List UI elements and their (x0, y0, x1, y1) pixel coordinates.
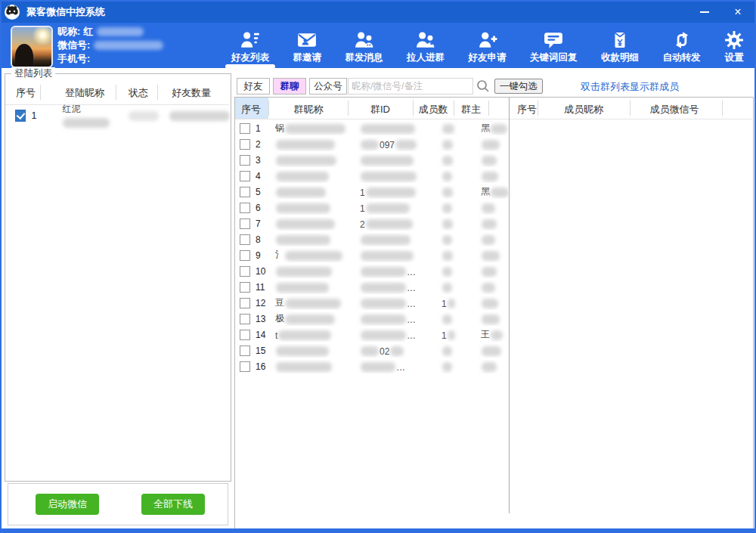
group-row[interactable]: 12 豆 … 1 (235, 295, 509, 311)
toolbar-item-keyword-reply[interactable]: 关键词回复 (527, 24, 581, 68)
group-row[interactable]: 13 极 … (235, 311, 509, 327)
search-input[interactable] (348, 78, 473, 95)
text-fragment: 1 (442, 330, 447, 340)
group-row-checkbox[interactable] (240, 346, 250, 356)
blur-redaction (442, 315, 452, 324)
group-row[interactable]: 16 … (235, 358, 509, 374)
group-row-checkbox[interactable] (240, 139, 250, 150)
group-row-checkbox[interactable] (240, 266, 250, 277)
group-row-checkbox[interactable] (240, 298, 250, 308)
group-row-index: 10 (256, 266, 272, 277)
blur-redaction (361, 156, 414, 166)
col-header-group-seq: 序号 (241, 103, 261, 116)
login-list-panel: 登陆列表 序号 登陆昵称 状态 好友数量 1 红泥 (5, 73, 231, 482)
header-underline (5, 104, 229, 105)
group-row[interactable]: 10 … (235, 263, 509, 279)
group-row-checkbox[interactable] (240, 250, 250, 261)
group-name-cell (272, 153, 352, 167)
blur-redaction (482, 315, 500, 324)
blur-redaction (361, 299, 406, 308)
close-button[interactable]: × (721, 2, 754, 23)
login-row[interactable]: 1 红泥 (5, 107, 231, 124)
col-header-login-nickname: 登陆昵称 (60, 86, 110, 100)
group-owner-cell (476, 360, 523, 373)
toolbar-item-mass-message[interactable]: 群发消息 (342, 24, 386, 68)
group-name-cell (272, 233, 352, 246)
group-row-checkbox[interactable] (240, 282, 250, 293)
group-row-index: 5 (256, 187, 272, 197)
blur-redaction (442, 219, 453, 229)
member-count-cell (431, 169, 476, 183)
blur-redaction (491, 330, 503, 340)
group-row[interactable]: 9 氵 (235, 247, 509, 263)
group-row[interactable]: 2 097 (235, 136, 509, 152)
group-row-checkbox[interactable] (240, 187, 250, 197)
group-id-cell: … (352, 265, 431, 278)
group-row-checkbox[interactable] (240, 361, 250, 372)
blur-redaction (169, 111, 230, 121)
group-name-cell (272, 344, 352, 358)
wechat-id-redaction (94, 41, 163, 50)
group-owner-cell (476, 265, 523, 278)
toolbar-item-payment-detail[interactable]: 收款明细 (598, 24, 642, 68)
group-row-checkbox[interactable] (240, 218, 250, 229)
blur-redaction (482, 299, 498, 308)
blur-redaction (278, 330, 331, 340)
minimize-button[interactable] (688, 2, 721, 23)
group-row[interactable]: 5 1 黑 (235, 184, 509, 200)
column-separator (268, 101, 269, 116)
login-row-checkbox[interactable] (15, 110, 26, 122)
all-offline-button[interactable]: 全部下线 (141, 494, 205, 515)
blur-redaction (442, 203, 452, 213)
toolbar-item-friend-request[interactable]: 好友申请 (466, 24, 510, 68)
group-row-index: 7 (256, 218, 272, 229)
group-row-checkbox[interactable] (240, 314, 250, 324)
blur-redaction (285, 299, 341, 308)
blur-redaction (390, 346, 404, 356)
group-owner-cell (476, 296, 523, 310)
group-row[interactable]: 11 … (235, 279, 509, 295)
toolbar-item-auto-forward[interactable]: 自动转发 (660, 24, 704, 68)
tab-group-chat[interactable]: 群聊 (273, 78, 306, 95)
toolbar-item-label: 关键词回复 (530, 51, 578, 68)
toolbar-item-group-invite[interactable]: 群邀请 (290, 24, 325, 68)
group-row-checkbox[interactable] (240, 123, 250, 134)
group-row-checkbox[interactable] (240, 330, 250, 340)
blur-redaction (482, 140, 500, 150)
group-row-checkbox[interactable] (240, 203, 250, 213)
search-icon[interactable] (476, 79, 490, 93)
blur-redaction (482, 362, 497, 372)
group-row[interactable]: 7 2 (235, 215, 509, 231)
group-id-cell (352, 249, 431, 262)
select-all-button[interactable]: 一键勾选 (494, 79, 543, 94)
blur-redaction (491, 187, 509, 197)
show-members-hint-link[interactable]: 双击群列表显示群成员 (581, 80, 679, 94)
group-id-cell: … (352, 280, 431, 294)
tab-friends[interactable]: 好友 (237, 78, 270, 95)
group-row-checkbox[interactable] (240, 234, 250, 245)
toolbar-item-pull-into-group[interactable]: 拉人进群 (404, 24, 448, 68)
group-row[interactable]: 8 (235, 231, 509, 247)
text-fragment: … (407, 298, 416, 308)
group-row-checkbox[interactable] (240, 155, 250, 166)
blur-redaction (442, 156, 453, 166)
group-row[interactable]: 14 t … 1 王 (235, 327, 509, 342)
group-id-cell: … (352, 360, 431, 373)
group-row[interactable]: 15 02 (235, 342, 509, 358)
col-header-member-nickname: 成员昵称 (542, 103, 625, 116)
start-wechat-button[interactable]: 启动微信 (36, 494, 99, 515)
text-fragment: … (407, 266, 416, 277)
toolbar-item-friend-list[interactable]: 好友列表 (228, 24, 272, 68)
group-row-checkbox[interactable] (240, 171, 250, 181)
group-row[interactable]: 4 (235, 168, 509, 184)
group-row[interactable]: 3 (235, 152, 509, 168)
pull-into-group-icon (416, 27, 435, 50)
group-name-cell: 豆 (272, 296, 352, 309)
text-fragment: … (407, 282, 416, 293)
group-row-index: 3 (256, 155, 272, 166)
group-row-index: 2 (256, 139, 272, 150)
tab-official-account[interactable]: 公众号 (309, 78, 347, 95)
group-row[interactable]: 6 1 (235, 200, 509, 215)
toolbar-item-settings[interactable]: 设置 (721, 24, 747, 68)
group-row[interactable]: 1 锅 黑 (235, 120, 509, 136)
